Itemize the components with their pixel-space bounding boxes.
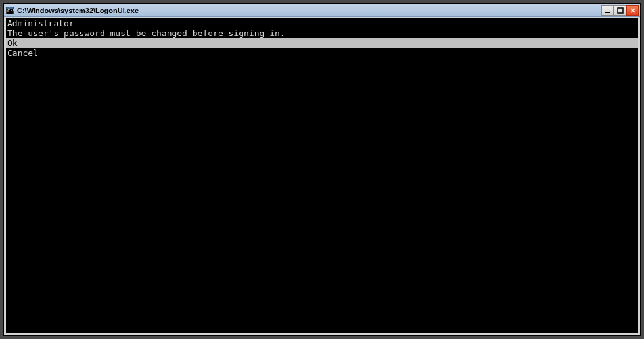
window-title: C:\Windows\system32\LogonUI.exe bbox=[17, 7, 601, 14]
ok-option[interactable]: Ok bbox=[6, 38, 638, 48]
close-button[interactable] bbox=[626, 5, 639, 16]
window-controls bbox=[601, 5, 639, 16]
application-window: C:\ C:\Windows\system32\LogonUI.exe Admi… bbox=[3, 3, 641, 336]
maximize-button[interactable] bbox=[614, 5, 626, 16]
console-output: Administrator The user's password must b… bbox=[4, 17, 640, 335]
minimize-button[interactable] bbox=[601, 5, 614, 16]
message-line: The user's password must be changed befo… bbox=[6, 28, 638, 38]
username-line: Administrator bbox=[6, 18, 638, 28]
svg-rect-4 bbox=[618, 8, 623, 13]
cancel-option[interactable]: Cancel bbox=[6, 48, 638, 58]
svg-text:C:\: C:\ bbox=[7, 9, 14, 14]
titlebar[interactable]: C:\ C:\Windows\system32\LogonUI.exe bbox=[4, 4, 640, 17]
console-icon: C:\ bbox=[5, 6, 14, 15]
svg-rect-3 bbox=[605, 12, 610, 13]
